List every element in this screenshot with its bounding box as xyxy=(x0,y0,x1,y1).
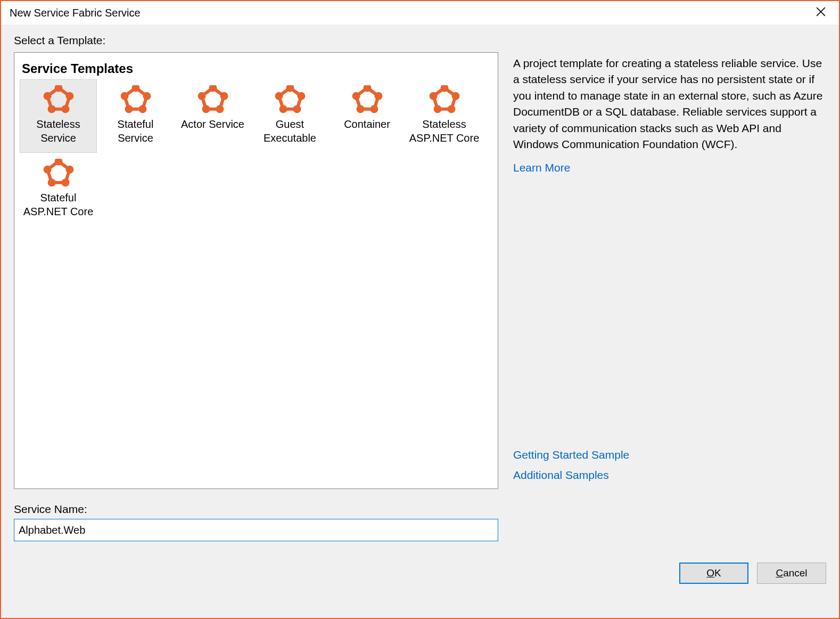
svg-point-18 xyxy=(143,92,151,100)
svg-point-41 xyxy=(275,92,283,100)
service-fabric-icon xyxy=(42,85,75,114)
svg-point-19 xyxy=(138,105,146,113)
svg-point-58 xyxy=(451,92,459,100)
ok-button[interactable]: OK xyxy=(679,563,748,584)
template-item-container[interactable]: Container xyxy=(328,79,406,153)
svg-point-69 xyxy=(61,178,69,186)
svg-point-38 xyxy=(297,92,305,100)
title-bar: New Service Fabric Service xyxy=(1,1,839,25)
svg-point-51 xyxy=(352,92,360,100)
svg-point-61 xyxy=(429,92,437,100)
svg-point-30 xyxy=(202,105,210,113)
additional-samples-link[interactable]: Additional Samples xyxy=(513,469,826,482)
svg-point-50 xyxy=(356,105,364,113)
template-item-label: Stateful Service xyxy=(100,117,171,145)
service-name-label: Service Name: xyxy=(14,503,498,516)
svg-point-9 xyxy=(61,105,69,113)
svg-point-59 xyxy=(447,105,455,113)
service-fabric-icon xyxy=(274,85,307,114)
template-item-actor-service[interactable]: Actor Service xyxy=(174,79,251,153)
template-item-label: Actor Service xyxy=(181,117,244,131)
svg-point-21 xyxy=(120,92,128,100)
svg-point-31 xyxy=(197,92,205,100)
getting-started-link[interactable]: Getting Started Sample xyxy=(513,449,826,461)
template-item-guest-executable[interactable]: Guest Executable xyxy=(251,79,328,153)
dialog-body: Select a Template: Service Templates Sta… xyxy=(1,25,839,618)
close-icon xyxy=(816,7,826,19)
service-fabric-icon xyxy=(428,85,461,114)
template-item-label: Container xyxy=(344,117,390,131)
template-item-label: Stateless ASP.NET Core xyxy=(408,117,480,145)
dialog-window: New Service Fabric Service Select a Temp… xyxy=(0,0,840,619)
template-grid: Stateless Service Stateful Service Actor… xyxy=(20,79,492,226)
service-name-row: Service Name: xyxy=(14,503,498,541)
svg-point-28 xyxy=(220,92,228,100)
svg-point-29 xyxy=(216,105,224,113)
side-pane: A project template for creating a statel… xyxy=(513,52,826,489)
svg-point-48 xyxy=(374,92,382,100)
service-name-input[interactable] xyxy=(14,519,498,541)
sample-links: Getting Started Sample Additional Sample… xyxy=(513,449,826,489)
content-row: Service Templates Stateless Service Stat… xyxy=(14,52,826,489)
svg-point-49 xyxy=(370,105,378,113)
service-fabric-icon xyxy=(351,85,384,114)
svg-point-70 xyxy=(47,178,55,186)
template-description: A project template for creating a statel… xyxy=(513,55,826,153)
template-item-label: Stateless Service xyxy=(22,117,94,145)
template-item-stateless-service[interactable]: Stateless Service xyxy=(20,79,97,153)
cancel-button[interactable]: Cancel xyxy=(757,563,826,584)
svg-point-60 xyxy=(433,105,441,113)
select-template-label: Select a Template: xyxy=(14,34,826,47)
window-title: New Service Fabric Service xyxy=(10,7,141,19)
service-fabric-icon xyxy=(119,85,152,114)
svg-point-71 xyxy=(43,166,51,174)
service-fabric-icon xyxy=(42,159,75,188)
templates-header: Service Templates xyxy=(22,61,492,76)
svg-point-68 xyxy=(65,166,73,174)
learn-more-link[interactable]: Learn More xyxy=(513,161,826,174)
svg-point-20 xyxy=(125,105,133,113)
button-row: OK Cancel xyxy=(14,563,826,584)
close-button[interactable] xyxy=(806,2,836,23)
svg-point-11 xyxy=(43,92,51,100)
svg-point-40 xyxy=(279,105,287,113)
svg-point-39 xyxy=(293,105,301,113)
template-item-stateful-service[interactable]: Stateful Service xyxy=(97,79,174,153)
template-item-stateful-aspnet[interactable]: Stateful ASP.NET Core xyxy=(20,153,97,226)
template-item-label: Stateful ASP.NET Core xyxy=(22,191,94,218)
service-fabric-icon xyxy=(196,85,229,114)
template-list-box: Service Templates Stateless Service Stat… xyxy=(14,52,498,489)
svg-point-10 xyxy=(47,105,55,113)
svg-point-8 xyxy=(65,92,73,100)
template-item-stateless-aspnet[interactable]: Stateless ASP.NET Core xyxy=(406,79,483,153)
template-item-label: Guest Executable xyxy=(254,117,326,145)
